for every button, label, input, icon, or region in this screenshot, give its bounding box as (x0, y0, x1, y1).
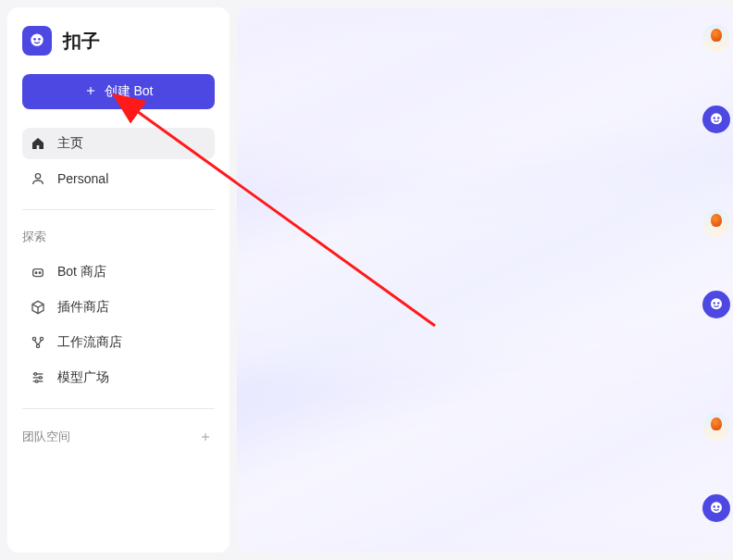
nav-workflow-store[interactable]: 工作流商店 (22, 327, 215, 358)
svg-point-22 (714, 117, 715, 118)
person-icon (30, 170, 46, 187)
team-space-row: 团队空间 (22, 424, 215, 450)
workflow-icon (30, 334, 46, 351)
nav-bot-store[interactable]: Bot 商店 (22, 256, 215, 288)
bot-icon (30, 264, 46, 280)
svg-point-29 (717, 505, 719, 507)
svg-point-12 (36, 344, 39, 347)
nav-home-label: 主页 (57, 135, 83, 152)
bot-face-icon (708, 500, 725, 516)
avatar-item[interactable] (702, 291, 730, 318)
svg-point-2 (38, 38, 41, 41)
plus-icon (84, 84, 97, 100)
nav-bot-store-label: Bot 商店 (57, 264, 106, 280)
nav-personal[interactable]: Personal (22, 163, 215, 194)
svg-point-21 (711, 113, 722, 124)
svg-point-5 (35, 174, 40, 179)
svg-point-1 (33, 38, 36, 41)
svg-point-18 (35, 380, 38, 383)
create-bot-label: 创建 Bot (105, 83, 154, 100)
cube-icon (30, 299, 46, 316)
svg-point-23 (717, 117, 719, 118)
bot-face-icon (28, 31, 46, 50)
nav-model-square[interactable]: 模型广场 (22, 362, 215, 393)
bot-face-icon (708, 111, 725, 128)
brand: 扣子 (22, 22, 215, 70)
svg-point-8 (39, 272, 41, 274)
avatar-item[interactable] (702, 106, 730, 133)
divider (22, 209, 215, 210)
avatar-item[interactable] (702, 24, 730, 52)
avatar-item[interactable] (702, 494, 730, 522)
brand-logo (22, 26, 52, 56)
avatar-item[interactable] (702, 413, 730, 441)
add-team-button[interactable] (196, 428, 215, 446)
team-space-label: 团队空间 (22, 429, 70, 445)
svg-point-28 (714, 505, 715, 507)
avatar-item[interactable] (702, 209, 730, 237)
bot-face-icon (708, 296, 725, 313)
nav-model-square-label: 模型广场 (57, 369, 109, 386)
nav-plugin-store[interactable]: 插件商店 (22, 292, 215, 323)
svg-point-7 (35, 272, 37, 274)
svg-point-27 (711, 502, 722, 513)
svg-point-10 (32, 337, 35, 340)
home-icon (30, 135, 46, 152)
nav-workflow-store-label: 工作流商店 (57, 334, 122, 351)
create-bot-button[interactable]: 创建 Bot (22, 74, 215, 109)
svg-point-17 (39, 377, 42, 380)
svg-point-11 (40, 337, 43, 340)
explore-header: 探索 (22, 225, 215, 253)
svg-point-24 (711, 298, 722, 309)
svg-point-26 (717, 302, 719, 304)
sidebar: 扣子 创建 Bot 主页 Persona (7, 7, 230, 553)
plus-icon (199, 430, 212, 443)
svg-point-25 (714, 302, 715, 304)
svg-point-0 (31, 34, 43, 46)
brand-name: 扣子 (63, 29, 100, 54)
divider (22, 408, 215, 409)
nav-plugin-store-label: 插件商店 (57, 299, 109, 316)
avatar-strip (700, 0, 733, 560)
nav-home[interactable]: 主页 (22, 128, 215, 159)
svg-point-16 (34, 373, 37, 376)
sliders-icon (30, 369, 46, 386)
svg-rect-6 (33, 269, 43, 277)
main-content (237, 7, 733, 553)
nav-personal-label: Personal (57, 171, 108, 186)
